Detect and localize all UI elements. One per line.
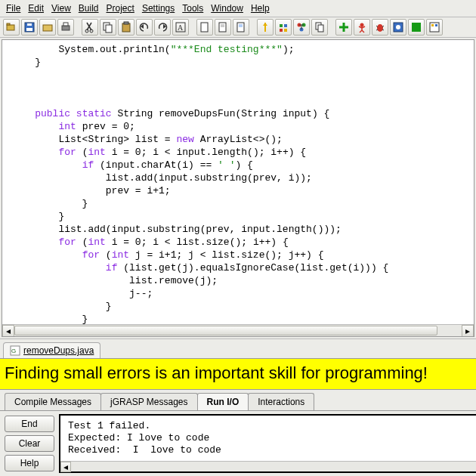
interactions-button[interactable] (426, 19, 443, 36)
code-text: ArrayList<>(); (194, 134, 283, 145)
code-text: ) { (235, 159, 252, 171)
end-button[interactable]: End (5, 416, 54, 432)
menu-build[interactable]: Build (76, 2, 102, 15)
menu-edit[interactable]: Edit (25, 2, 47, 15)
svg-rect-53 (431, 24, 434, 26)
svg-rect-20 (237, 23, 244, 32)
menu-view[interactable]: View (48, 2, 74, 15)
code-keyword: new (176, 134, 193, 145)
svg-text:G: G (11, 348, 16, 354)
debug-button[interactable] (372, 19, 388, 36)
uml-icon (259, 21, 271, 33)
svg-rect-12 (122, 23, 130, 32)
menu-help[interactable]: Help (248, 2, 273, 15)
canvas-button[interactable] (408, 19, 425, 36)
scroll-left-icon[interactable]: ◂ (60, 462, 71, 472)
uml-button[interactable] (257, 19, 274, 36)
svg-rect-4 (27, 23, 32, 26)
clear-button[interactable]: Clear (5, 435, 54, 452)
code-text: } (11, 198, 88, 209)
run-button[interactable] (354, 19, 370, 36)
undo-button[interactable] (136, 19, 153, 36)
menu-tools[interactable]: Tools (179, 2, 206, 15)
redo-button[interactable] (154, 19, 171, 36)
menu-project[interactable]: Project (104, 2, 138, 15)
code-keyword: if (82, 159, 94, 171)
save-icon (23, 21, 36, 33)
open-button[interactable] (3, 19, 20, 36)
code-string: "***End testing***" (171, 44, 283, 55)
toolbar: A (0, 17, 476, 38)
svg-line-47 (376, 29, 378, 30)
tab-run-io[interactable]: Run I/O (197, 393, 249, 410)
scroll-left-icon[interactable]: ◂ (2, 325, 14, 337)
newfile-button[interactable] (196, 19, 213, 36)
compile-icon (217, 21, 229, 33)
output-line: Test 1 failed. (68, 420, 150, 431)
code-text (11, 147, 58, 158)
print-button[interactable] (57, 19, 74, 36)
scroll-thumb[interactable] (14, 326, 437, 335)
svg-rect-13 (124, 22, 128, 24)
svg-line-48 (382, 29, 384, 30)
save-button[interactable] (21, 19, 38, 36)
viewer-icon (392, 21, 404, 33)
selectall-button[interactable]: A (172, 19, 189, 36)
code-text (11, 108, 35, 119)
doc-button[interactable] (311, 19, 328, 36)
code-text (11, 236, 58, 248)
cpg-button[interactable] (293, 19, 310, 36)
runio-button-column: End Clear Help (0, 411, 59, 476)
code-text (11, 249, 82, 261)
svg-rect-26 (280, 29, 283, 32)
menubar: File Edit View Build Project Settings To… (0, 0, 476, 17)
file-tab-removedups[interactable]: G removeDups.java (3, 342, 100, 358)
open-icon (5, 21, 17, 33)
code-text: list.remove(j); (11, 275, 218, 286)
cut-button[interactable] (82, 19, 98, 36)
browse-button[interactable] (39, 19, 56, 36)
browse-icon (42, 21, 54, 33)
help-button[interactable]: Help (5, 455, 54, 471)
highlight-banner: Finding small errors is an important ski… (0, 358, 476, 390)
code-text: (list.get(j).equalsIgnoreCase(list.get(i… (117, 262, 388, 274)
code-keyword: if (106, 262, 118, 274)
menu-file[interactable]: File (3, 2, 23, 15)
code-text (11, 121, 58, 132)
tab-jgrasp-messages[interactable]: jGRASP Messages (100, 393, 198, 410)
newfile-icon (199, 21, 211, 33)
output-tabstrip: Compile Messages jGRASP Messages Run I/O… (0, 390, 476, 410)
runio-text[interactable]: Test 1 failed. Expected: I love to code … (60, 416, 476, 461)
svg-rect-6 (62, 26, 70, 30)
code-editor[interactable]: System.out.println("***End testing***");… (2, 40, 474, 324)
tab-compile-messages[interactable]: Compile Messages (5, 393, 101, 410)
svg-point-50 (396, 25, 400, 29)
copy-button[interactable] (100, 19, 116, 36)
runio-hscrollbar[interactable]: ◂ (60, 461, 476, 471)
viewer-button[interactable] (390, 19, 406, 36)
tab-interactions[interactable]: Interactions (248, 393, 314, 410)
code-text (11, 159, 82, 171)
menu-window[interactable]: Window (208, 2, 246, 15)
paste-button[interactable] (118, 19, 134, 36)
code-text: prev = 0; (76, 121, 135, 132)
csd-icon (277, 21, 289, 33)
code-text: i = 0; i < list.size(); i++) { (106, 236, 289, 248)
editor-hscrollbar[interactable]: ◂ ▸ (2, 324, 474, 336)
compile-button[interactable] (215, 19, 231, 36)
svg-marker-24 (263, 23, 267, 26)
output-line: Received: I love to code (68, 444, 221, 456)
run-icon (356, 21, 368, 33)
compileproj-button[interactable] (233, 19, 249, 36)
scroll-right-icon[interactable]: ▸ (462, 325, 474, 337)
menu-settings[interactable]: Settings (139, 2, 178, 15)
svg-point-44 (377, 24, 383, 32)
file-tab-label: removeDups.java (23, 345, 94, 356)
csd-button[interactable] (275, 19, 292, 36)
code-text: ( (76, 147, 88, 158)
code-text: } (11, 301, 112, 312)
runplus-button[interactable] (335, 19, 352, 36)
svg-rect-25 (280, 24, 283, 27)
cpg-icon (295, 21, 308, 33)
compileproj-icon (235, 21, 247, 33)
